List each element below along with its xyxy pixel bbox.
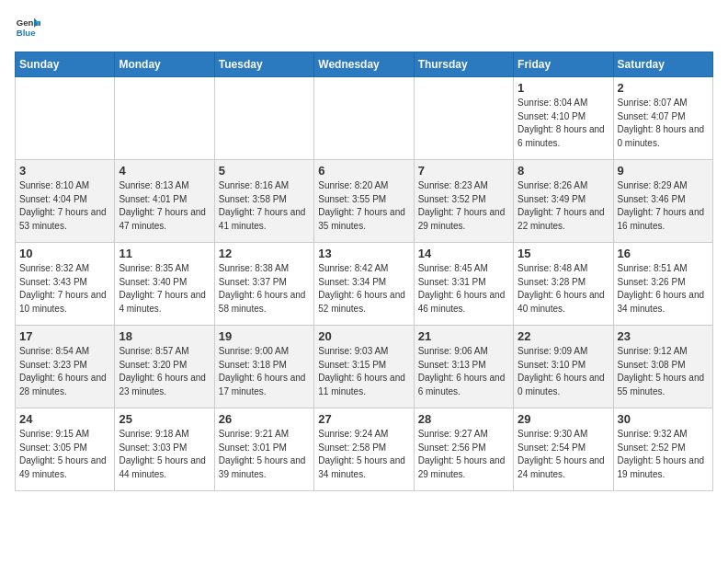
- day-info: Sunrise: 8:26 AM Sunset: 3:49 PM Dayligh…: [518, 179, 609, 233]
- calendar-cell: 23Sunrise: 9:12 AM Sunset: 3:08 PM Dayli…: [613, 326, 712, 408]
- day-number: 18: [119, 329, 210, 343]
- day-number: 29: [518, 412, 609, 426]
- calendar-cell: 10Sunrise: 8:32 AM Sunset: 3:43 PM Dayli…: [16, 243, 115, 326]
- day-info: Sunrise: 9:15 AM Sunset: 3:05 PM Dayligh…: [19, 428, 110, 481]
- calendar-table: SundayMondayTuesdayWednesdayThursdayFrid…: [15, 52, 713, 491]
- calendar-cell: 27Sunrise: 9:24 AM Sunset: 2:58 PM Dayli…: [314, 408, 414, 491]
- day-info: Sunrise: 8:54 AM Sunset: 3:23 PM Dayligh…: [19, 345, 110, 398]
- day-info: Sunrise: 8:07 AM Sunset: 4:07 PM Dayligh…: [618, 97, 709, 150]
- day-number: 21: [418, 329, 509, 343]
- day-number: 10: [19, 247, 110, 260]
- day-number: 19: [219, 329, 310, 343]
- day-number: 30: [618, 412, 709, 426]
- calendar-cell: 11Sunrise: 8:35 AM Sunset: 3:40 PM Dayli…: [115, 243, 214, 326]
- calendar-cell: 26Sunrise: 9:21 AM Sunset: 3:01 PM Dayli…: [214, 408, 313, 491]
- day-header-wednesday: Wednesday: [314, 52, 414, 77]
- calendar-cell: 2Sunrise: 8:07 AM Sunset: 4:07 PM Daylig…: [613, 77, 712, 160]
- day-number: 3: [19, 164, 110, 178]
- day-info: Sunrise: 9:12 AM Sunset: 3:08 PM Dayligh…: [618, 345, 709, 398]
- day-number: 11: [119, 247, 210, 260]
- calendar-cell: 16Sunrise: 8:51 AM Sunset: 3:26 PM Dayli…: [613, 243, 712, 326]
- day-number: 24: [19, 412, 110, 426]
- calendar-cell: 8Sunrise: 8:26 AM Sunset: 3:49 PM Daylig…: [514, 160, 613, 243]
- day-info: Sunrise: 9:27 AM Sunset: 2:56 PM Dayligh…: [418, 428, 509, 481]
- day-number: 23: [618, 329, 709, 343]
- calendar-cell: [214, 77, 313, 160]
- calendar-cell: 22Sunrise: 9:09 AM Sunset: 3:10 PM Dayli…: [514, 326, 613, 408]
- day-info: Sunrise: 8:13 AM Sunset: 4:01 PM Dayligh…: [119, 179, 210, 233]
- calendar-cell: 29Sunrise: 9:30 AM Sunset: 2:54 PM Dayli…: [514, 408, 613, 491]
- calendar-cell: 30Sunrise: 9:32 AM Sunset: 2:52 PM Dayli…: [613, 408, 712, 491]
- calendar-cell: 4Sunrise: 8:13 AM Sunset: 4:01 PM Daylig…: [115, 160, 214, 243]
- day-info: Sunrise: 8:04 AM Sunset: 4:10 PM Dayligh…: [518, 97, 609, 150]
- page-header: General Blue: [15, 15, 713, 40]
- calendar-cell: 13Sunrise: 8:42 AM Sunset: 3:34 PM Dayli…: [314, 243, 414, 326]
- day-number: 9: [618, 164, 709, 178]
- day-header-thursday: Thursday: [414, 52, 513, 77]
- day-number: 2: [618, 81, 709, 95]
- calendar-cell: 18Sunrise: 8:57 AM Sunset: 3:20 PM Dayli…: [115, 326, 214, 408]
- day-info: Sunrise: 8:29 AM Sunset: 3:46 PM Dayligh…: [618, 179, 709, 233]
- day-info: Sunrise: 8:20 AM Sunset: 3:55 PM Dayligh…: [318, 179, 409, 233]
- day-number: 13: [318, 247, 409, 260]
- day-number: 12: [219, 247, 310, 260]
- calendar-week-1: 1Sunrise: 8:04 AM Sunset: 4:10 PM Daylig…: [16, 77, 713, 160]
- day-number: 17: [19, 329, 110, 343]
- day-info: Sunrise: 9:09 AM Sunset: 3:10 PM Dayligh…: [518, 345, 609, 398]
- day-info: Sunrise: 9:21 AM Sunset: 3:01 PM Dayligh…: [219, 428, 310, 481]
- calendar-cell: [414, 77, 513, 160]
- day-info: Sunrise: 8:10 AM Sunset: 4:04 PM Dayligh…: [19, 179, 110, 233]
- day-number: 22: [518, 329, 609, 343]
- day-info: Sunrise: 8:35 AM Sunset: 3:40 PM Dayligh…: [119, 262, 210, 316]
- day-info: Sunrise: 9:30 AM Sunset: 2:54 PM Dayligh…: [518, 428, 609, 481]
- calendar-cell: [115, 77, 214, 160]
- day-header-friday: Friday: [514, 52, 613, 77]
- day-info: Sunrise: 8:57 AM Sunset: 3:20 PM Dayligh…: [119, 345, 210, 398]
- calendar-cell: 25Sunrise: 9:18 AM Sunset: 3:03 PM Dayli…: [115, 408, 214, 491]
- calendar-cell: 28Sunrise: 9:27 AM Sunset: 2:56 PM Dayli…: [414, 408, 513, 491]
- calendar-cell: 12Sunrise: 8:38 AM Sunset: 3:37 PM Dayli…: [214, 243, 313, 326]
- day-number: 28: [418, 412, 509, 426]
- day-number: 20: [318, 329, 409, 343]
- calendar-cell: 1Sunrise: 8:04 AM Sunset: 4:10 PM Daylig…: [514, 77, 613, 160]
- calendar-cell: 14Sunrise: 8:45 AM Sunset: 3:31 PM Dayli…: [414, 243, 513, 326]
- day-number: 6: [318, 164, 409, 178]
- calendar-cell: 19Sunrise: 9:00 AM Sunset: 3:18 PM Dayli…: [214, 326, 313, 408]
- calendar-cell: [16, 77, 115, 160]
- day-number: 27: [318, 412, 409, 426]
- day-number: 5: [219, 164, 310, 178]
- day-info: Sunrise: 8:48 AM Sunset: 3:28 PM Dayligh…: [518, 262, 609, 316]
- day-info: Sunrise: 8:42 AM Sunset: 3:34 PM Dayligh…: [318, 262, 409, 316]
- day-info: Sunrise: 8:23 AM Sunset: 3:52 PM Dayligh…: [418, 179, 509, 233]
- day-info: Sunrise: 9:03 AM Sunset: 3:15 PM Dayligh…: [318, 345, 409, 398]
- svg-text:Blue: Blue: [17, 28, 36, 38]
- day-number: 16: [618, 247, 709, 260]
- calendar-cell: 21Sunrise: 9:06 AM Sunset: 3:13 PM Dayli…: [414, 326, 513, 408]
- logo-icon: General Blue: [15, 15, 40, 40]
- calendar-week-5: 24Sunrise: 9:15 AM Sunset: 3:05 PM Dayli…: [16, 408, 713, 491]
- calendar-week-4: 17Sunrise: 8:54 AM Sunset: 3:23 PM Dayli…: [16, 326, 713, 408]
- day-info: Sunrise: 8:16 AM Sunset: 3:58 PM Dayligh…: [219, 179, 310, 233]
- calendar-week-3: 10Sunrise: 8:32 AM Sunset: 3:43 PM Dayli…: [16, 243, 713, 326]
- day-number: 1: [518, 81, 609, 95]
- day-header-tuesday: Tuesday: [214, 52, 313, 77]
- calendar-week-2: 3Sunrise: 8:10 AM Sunset: 4:04 PM Daylig…: [16, 160, 713, 243]
- day-header-monday: Monday: [115, 52, 214, 77]
- day-info: Sunrise: 9:24 AM Sunset: 2:58 PM Dayligh…: [318, 428, 409, 481]
- day-info: Sunrise: 9:32 AM Sunset: 2:52 PM Dayligh…: [618, 428, 709, 481]
- calendar-cell: 6Sunrise: 8:20 AM Sunset: 3:55 PM Daylig…: [314, 160, 414, 243]
- day-info: Sunrise: 8:45 AM Sunset: 3:31 PM Dayligh…: [418, 262, 509, 316]
- day-number: 14: [418, 247, 509, 260]
- day-number: 26: [219, 412, 310, 426]
- calendar-cell: 5Sunrise: 8:16 AM Sunset: 3:58 PM Daylig…: [214, 160, 313, 243]
- calendar-cell: 3Sunrise: 8:10 AM Sunset: 4:04 PM Daylig…: [16, 160, 115, 243]
- calendar-cell: 20Sunrise: 9:03 AM Sunset: 3:15 PM Dayli…: [314, 326, 414, 408]
- day-info: Sunrise: 9:18 AM Sunset: 3:03 PM Dayligh…: [119, 428, 210, 481]
- day-number: 7: [418, 164, 509, 178]
- day-header-saturday: Saturday: [613, 52, 712, 77]
- calendar-cell: 7Sunrise: 8:23 AM Sunset: 3:52 PM Daylig…: [414, 160, 513, 243]
- day-info: Sunrise: 8:32 AM Sunset: 3:43 PM Dayligh…: [19, 262, 110, 316]
- day-header-sunday: Sunday: [16, 52, 115, 77]
- calendar-cell: 24Sunrise: 9:15 AM Sunset: 3:05 PM Dayli…: [16, 408, 115, 491]
- day-number: 8: [518, 164, 609, 178]
